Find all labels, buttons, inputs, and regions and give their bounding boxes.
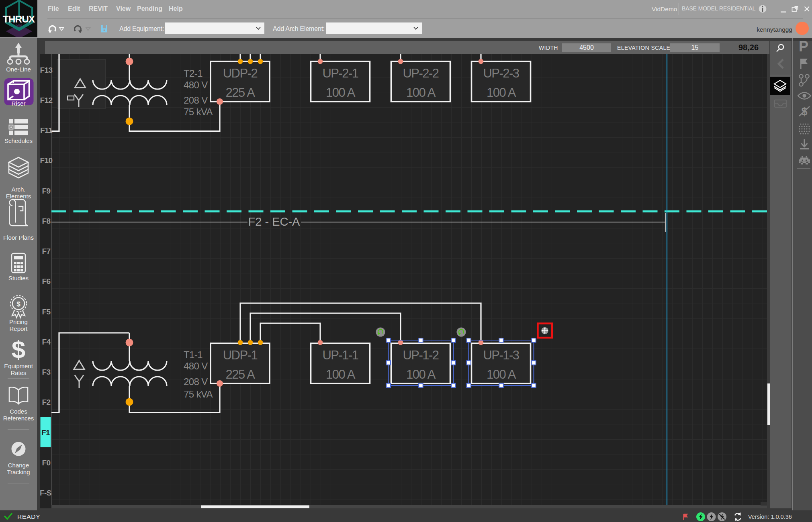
svg-text:UDP-1: UDP-1 bbox=[223, 348, 258, 362]
svg-text:F2 - EC-A: F2 - EC-A bbox=[248, 215, 301, 228]
svg-text:F13: F13 bbox=[40, 66, 53, 74]
svg-text:F4: F4 bbox=[42, 338, 51, 346]
svg-text:T2-1: T2-1 bbox=[184, 68, 202, 79]
svg-text:F-S: F-S bbox=[40, 489, 51, 497]
svg-text:$: $ bbox=[12, 335, 25, 363]
svg-text:225 A: 225 A bbox=[226, 367, 256, 381]
svg-text:F10: F10 bbox=[40, 156, 53, 165]
svg-text:F9: F9 bbox=[42, 187, 50, 195]
svg-text:UP-1-2: UP-1-2 bbox=[403, 348, 438, 362]
svg-text:100 A: 100 A bbox=[487, 367, 516, 381]
svg-text:208 V: 208 V bbox=[184, 95, 208, 106]
svg-text:100 A: 100 A bbox=[487, 86, 516, 100]
svg-text:480 V: 480 V bbox=[184, 80, 208, 90]
svg-text:F12: F12 bbox=[40, 96, 53, 104]
svg-text:100 A: 100 A bbox=[406, 86, 436, 100]
svg-text:F11: F11 bbox=[40, 126, 53, 135]
svg-text:225 A: 225 A bbox=[226, 86, 256, 100]
svg-text:F5: F5 bbox=[42, 308, 51, 316]
svg-text:UP-2-2: UP-2-2 bbox=[403, 66, 438, 80]
svg-text:F8: F8 bbox=[42, 217, 50, 225]
svg-text:UP-2-1: UP-2-1 bbox=[322, 66, 358, 80]
svg-text:READY: READY bbox=[17, 513, 40, 520]
svg-text:F0: F0 bbox=[42, 459, 50, 467]
svg-text:75 kVA: 75 kVA bbox=[184, 106, 213, 117]
svg-text:Version: 1.0.0.36: Version: 1.0.0.36 bbox=[748, 514, 792, 520]
svg-text:F2: F2 bbox=[42, 398, 50, 406]
svg-text:$: $ bbox=[16, 300, 20, 308]
svg-text:75 kVA: 75 kVA bbox=[184, 389, 213, 400]
svg-text:UP-1-3: UP-1-3 bbox=[483, 348, 519, 362]
svg-text:100 A: 100 A bbox=[326, 367, 356, 381]
svg-text:UP-1-1: UP-1-1 bbox=[322, 348, 358, 362]
svg-text:P: P bbox=[799, 41, 808, 55]
svg-text:T1-1: T1-1 bbox=[184, 349, 202, 360]
svg-text:F7: F7 bbox=[42, 247, 50, 255]
svg-text:480 V: 480 V bbox=[184, 361, 208, 371]
svg-text:UDP-2: UDP-2 bbox=[223, 66, 258, 80]
svg-text:UP-2-3: UP-2-3 bbox=[483, 66, 519, 80]
svg-text:100 A: 100 A bbox=[406, 367, 436, 381]
svg-text:100 A: 100 A bbox=[326, 86, 356, 100]
svg-text:F6: F6 bbox=[42, 277, 50, 285]
svg-text:F1: F1 bbox=[41, 428, 50, 437]
svg-text:THRUX: THRUX bbox=[3, 14, 35, 24]
svg-text:208 V: 208 V bbox=[184, 376, 208, 387]
svg-text:F3: F3 bbox=[42, 368, 50, 376]
